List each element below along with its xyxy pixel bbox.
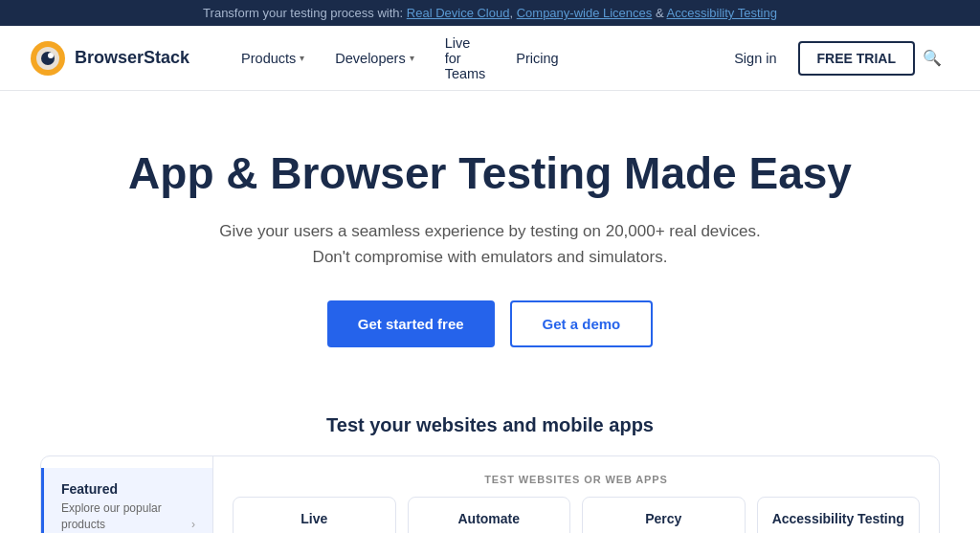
logo-area[interactable]: BrowserStack bbox=[31, 41, 189, 76]
nav-item-developers[interactable]: Developers ▾ bbox=[322, 43, 427, 74]
panel-sidebar: Featured Explore our popular products › … bbox=[41, 456, 213, 533]
percy-title: Percy bbox=[594, 511, 733, 526]
products-section: Test your websites and mobile apps Featu… bbox=[0, 386, 980, 533]
banner-link-3[interactable]: Accessibility Testing bbox=[667, 6, 777, 20]
search-button[interactable]: 🔍 bbox=[915, 41, 949, 75]
get-started-button[interactable]: Get started free bbox=[327, 300, 495, 347]
sidebar-featured-chevron: › bbox=[191, 518, 195, 531]
nav-item-pricing[interactable]: Pricing bbox=[502, 43, 571, 74]
hero-section: App & Browser Testing Made Easy Give you… bbox=[0, 91, 980, 386]
products-panel: Featured Explore our popular products › … bbox=[40, 455, 940, 533]
nav-developers-label: Developers bbox=[335, 51, 405, 66]
nav-pricing-label: Pricing bbox=[516, 51, 558, 66]
browserstack-logo-icon bbox=[31, 41, 65, 76]
hero-subtext-line2: Don't compromise with emulators and simu… bbox=[313, 248, 668, 266]
search-icon: 🔍 bbox=[923, 50, 942, 66]
nav-live-teams-label: Live for Teams bbox=[445, 35, 486, 81]
get-demo-button[interactable]: Get a demo bbox=[510, 300, 654, 347]
hero-buttons: Get started free Get a demo bbox=[19, 300, 961, 347]
nav-products-label: Products bbox=[241, 51, 296, 66]
banner-link-1[interactable]: Real Device Cloud bbox=[407, 6, 510, 20]
live-title: Live bbox=[245, 511, 384, 526]
automate-title: Automate bbox=[420, 511, 559, 526]
logo-text: BrowserStack bbox=[75, 48, 189, 68]
sign-in-link[interactable]: Sign in bbox=[721, 43, 790, 74]
product-card-automate[interactable]: Automate Browser automation grid ⚙ bbox=[408, 497, 571, 533]
nav-links: Products ▾ Developers ▾ Live for Teams P… bbox=[228, 28, 572, 89]
product-card-percy[interactable]: Percy Automated visual testing & review … bbox=[582, 497, 746, 533]
svg-point-3 bbox=[48, 53, 54, 58]
developers-chevron-icon: ▾ bbox=[410, 53, 414, 63]
products-heading: Test your websites and mobile apps bbox=[19, 414, 961, 436]
hero-subtext-line1: Give your users a seamless experience by… bbox=[219, 222, 761, 240]
product-card-accessibility[interactable]: Accessibility Testing Test WCAG & ADA co… bbox=[757, 497, 921, 533]
web-apps-label: TEST WEBSITES OR WEB APPS bbox=[233, 474, 920, 485]
nav-item-live-teams[interactable]: Live for Teams bbox=[432, 28, 500, 89]
accessibility-title: Accessibility Testing bbox=[769, 511, 908, 526]
banner-and: & bbox=[656, 6, 667, 20]
panel-main-content: TEST WEBSITES OR WEB APPS Live Manual cr… bbox=[213, 456, 939, 533]
web-cards-row: Live Manual cross browser testing 🖥 Auto… bbox=[233, 497, 920, 533]
sidebar-featured-desc: Explore our popular products bbox=[61, 500, 195, 533]
banner-link-2[interactable]: Company-wide Licences bbox=[517, 6, 653, 20]
navbar: BrowserStack Products ▾ Developers ▾ Liv… bbox=[0, 26, 980, 91]
hero-subtext: Give your users a seamless experience by… bbox=[19, 218, 961, 270]
nav-item-products[interactable]: Products ▾ bbox=[228, 43, 318, 74]
sidebar-featured-title: Featured bbox=[61, 481, 195, 497]
sidebar-item-featured[interactable]: Featured Explore our popular products › bbox=[41, 468, 212, 533]
products-chevron-icon: ▾ bbox=[300, 53, 304, 63]
free-trial-button[interactable]: FREE TRIAL bbox=[798, 41, 915, 76]
hero-headline: App & Browser Testing Made Easy bbox=[19, 148, 961, 199]
top-banner: Transform your testing process with: Rea… bbox=[0, 0, 980, 26]
product-card-live[interactable]: Live Manual cross browser testing 🖥 bbox=[233, 497, 396, 533]
banner-text: Transform your testing process with: bbox=[203, 6, 403, 20]
